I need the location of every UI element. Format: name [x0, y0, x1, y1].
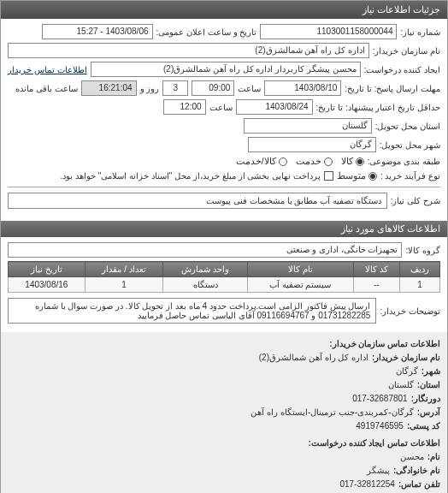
radio-dot-icon [279, 157, 287, 166]
contact-city-label: شهر: [421, 365, 440, 378]
contact-name-label: نام: [427, 450, 440, 464]
buyer-contact-link[interactable]: اطلاعات تماس خریدار [8, 65, 87, 74]
cell-qty: 1 [85, 277, 163, 293]
items-header: اطلاعات کالاهای مورد نیاز [1, 221, 447, 237]
buyer-name-label: نام سازمان خریدار: [373, 46, 440, 56]
radio-dot-icon [356, 157, 364, 166]
col-row: ردیف [399, 262, 439, 277]
address-label: آدرس: [417, 406, 440, 419]
postal-label: کد پستی: [407, 419, 440, 433]
need-title-label: شرح کلی نیاز: [391, 196, 440, 205]
col-qty: تعداد / مقدار [85, 262, 163, 277]
contact-city-value: گرگان [396, 365, 418, 378]
requester-field[interactable]: محسن پیشگر کاربردار اداره کل راه آهن شما… [91, 62, 361, 77]
contact-name-value: محسن [400, 450, 424, 464]
divider [8, 187, 440, 187]
radio-medium[interactable]: متوسط [337, 170, 377, 181]
contact-family-value: پیشگر [367, 464, 390, 478]
address-value: گرگان-کمربندی-جنب ترمینال-ایستگاه راه آه… [251, 406, 413, 419]
col-name: نام کالا [247, 262, 353, 277]
province-field[interactable]: گلستان [244, 118, 372, 134]
deadline-date-field[interactable]: 1403/08/10 [264, 80, 341, 96]
org-label: نام سازمان خریدار: [372, 351, 440, 365]
need-title-field[interactable]: دستگاه تصفیه آب مطابق با مشخصات فنی پیوس… [8, 193, 387, 209]
treasury-label: پرداخت نهایی بخشی از مبلغ خرید،از محل "ا… [60, 171, 320, 181]
group-field[interactable]: تجهیزات خانگی، اداری و صنعتی [8, 242, 402, 258]
cell-name: سیستم تصفیه آب [247, 277, 353, 293]
contact-province-value: گلستان [388, 378, 414, 392]
deadline-time-field[interactable]: 09:00 [192, 80, 234, 96]
fax-value: 017-32687801 [352, 392, 408, 406]
org-value: اداره کل راه آهن شمالشرق(2) [259, 351, 368, 365]
radio-service-label: خدمت [296, 156, 321, 167]
category-radio-group: کالا خدمت کالا/خدمت [236, 156, 364, 167]
public-date-field[interactable]: 1403/08/06 - 15:27 [42, 24, 153, 39]
details-panel: جزئیات اطلاعات نیاز شماره نیاز: 11030011… [0, 0, 448, 493]
contact-block: اطلاعات تماس سازمان خریدار: نام سازمان خ… [1, 332, 447, 493]
buyer-name-field[interactable]: اداره کل راه آهن شمالشرق(2) [8, 43, 369, 58]
panel-header: جزئیات اطلاعات نیاز [1, 1, 447, 19]
contact-province-label: استان: [417, 378, 440, 392]
radio-goods[interactable]: کالا [341, 156, 364, 167]
contact-phone-value: 017-32812254 [339, 478, 395, 491]
extra-text: ارسال پیش فاکتور الزامی است.پرداخت حدود … [8, 298, 376, 324]
radio-both-label: کالا/خدمت [236, 156, 276, 167]
form-section: شماره نیاز: 1103001158000044 تاریخ و ساع… [1, 19, 447, 217]
purchase-type-label: نوع فرآیند خرید : [380, 171, 440, 181]
postal-value: 4919746595 [356, 419, 404, 433]
request-no-label: شماره نیاز: [400, 27, 440, 37]
remaining-days-label: روز و [140, 84, 160, 93]
city-field[interactable]: گرگان [248, 137, 376, 152]
table-row[interactable]: 1 -- سیستم تصفیه آب دستگاه 1 1403/08/16 [9, 277, 440, 293]
province-label: استان محل تحویل: [375, 122, 440, 131]
contact-family-label: نام خانوادگی: [393, 464, 440, 478]
contact-phone-label: تلفن تماس: [398, 478, 440, 491]
radio-both[interactable]: کالا/خدمت [236, 156, 287, 167]
items-table: ردیف کد کالا نام کالا واحد شمارش تعداد /… [8, 261, 440, 293]
requester-label: ایجاد کننده درخواست: [364, 65, 440, 74]
city-label: شهر محل تحویل: [380, 140, 440, 150]
table-header-row: ردیف کد کالا نام کالا واحد شمارش تعداد /… [9, 262, 440, 277]
remaining-days-field: 3 [162, 80, 188, 96]
req-contact-title: اطلاعات تماس ایجاد کننده درخواست: [309, 437, 440, 450]
panel-title: جزئیات اطلاعات نیاز [363, 4, 440, 15]
contact-title: اطلاعات تماس سازمان خریدار: [329, 337, 440, 351]
col-unit: واحد شمارش [163, 262, 247, 277]
cell-row: 1 [399, 277, 439, 293]
radio-dot-icon [368, 172, 377, 181]
group-label: گروه کالا: [405, 246, 440, 255]
category-label: طبقه بندی موضوعی: [368, 157, 440, 166]
remaining-suffix-label: ساعت باقی مانده [15, 84, 78, 93]
col-date: تاریخ نیاز [9, 262, 85, 277]
cell-unit: دستگاه [163, 277, 247, 293]
fax-label: دورنگار: [411, 392, 440, 406]
validity-time-label: ساعت [209, 103, 233, 112]
request-no-field[interactable]: 1103001158000044 [260, 24, 397, 39]
radio-goods-label: کالا [341, 156, 353, 167]
deadline-time-label: ساعت [238, 84, 261, 93]
extra-label: توضیحات خریدار: [380, 306, 440, 316]
col-code: کد کالا [353, 262, 399, 277]
radio-medium-label: متوسط [337, 170, 366, 181]
cell-code: -- [353, 277, 399, 293]
validity-date-field[interactable]: 1403/08/24 [236, 99, 313, 115]
deadline-date-label: مهلت ارسال پاسخ: تا تاریخ: [345, 84, 440, 93]
radio-dot-icon [324, 157, 333, 166]
remaining-time-field: 16:21:04 [81, 80, 137, 96]
validity-label: حداقل تاریخ اعتبار پیشنهاد: تا تاریخ: [316, 103, 440, 112]
cell-date: 1403/08/16 [9, 277, 85, 293]
radio-service[interactable]: خدمت [296, 156, 333, 167]
treasury-checkbox[interactable] [324, 171, 333, 181]
public-date-label: تاریخ و ساعت اعلان عمومی: [156, 27, 257, 37]
validity-time-field[interactable]: 12:00 [163, 99, 206, 115]
